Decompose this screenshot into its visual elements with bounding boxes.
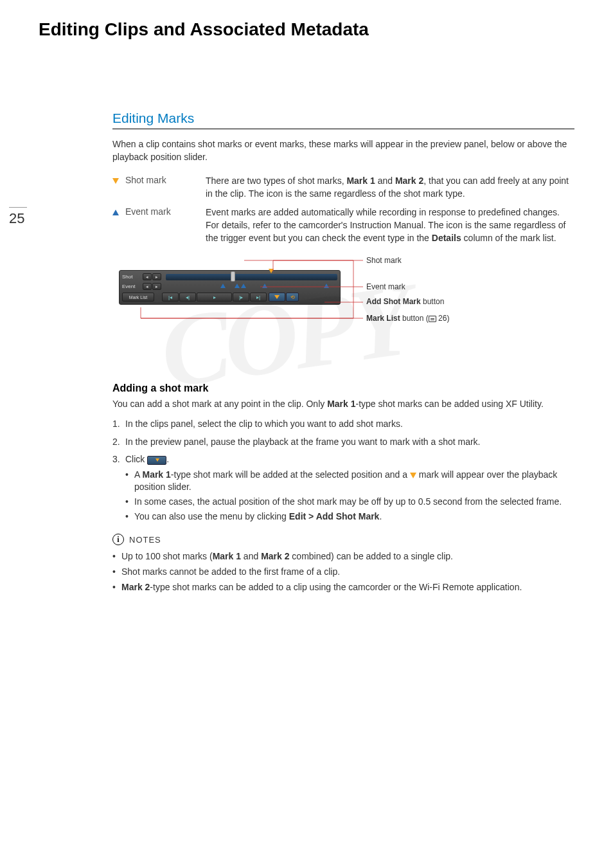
preview-panel-diagram: Shot ◂ ▸ Event ◂ ▸ (112, 257, 574, 338)
playback-slider[interactable] (166, 274, 337, 280)
step-2: In the preview panel, pause the playback… (112, 436, 574, 449)
notes-label: NOTES (129, 535, 161, 545)
step-3: Click . A Mark 1-type shot mark will be … (112, 453, 574, 522)
callout-shot-mark: Shot mark (366, 256, 402, 265)
note-1: Up to 100 shot marks (Mark 1 and Mark 2 … (112, 550, 574, 563)
last-frame-button[interactable]: ▸| (250, 293, 267, 302)
shot-mark-desc: There are two types of shot marks, Mark … (206, 175, 574, 206)
step-3-bullet-3: You can also use the menu by clicking Ed… (125, 511, 574, 523)
page-number: 25 (9, 207, 27, 227)
event-prev-button[interactable]: ◂ (143, 283, 152, 290)
event-mark-tick-icon (324, 284, 329, 288)
event-mark-tick-icon (220, 284, 226, 288)
add-shot-mark-button[interactable] (269, 293, 285, 302)
note-2: Shot marks cannot be added to the first … (112, 566, 574, 579)
shot-prev-button[interactable]: ◂ (143, 273, 152, 280)
callout-mark-list: Mark List button ( 26) (366, 314, 449, 323)
section-heading: Editing Marks (112, 111, 574, 129)
subsection-heading: Adding a shot mark (112, 383, 574, 394)
event-mark-desc: Event marks are added automatically whil… (206, 206, 574, 251)
shot-mark-icon (112, 178, 119, 184)
event-row-label: Event (122, 284, 143, 289)
event-mark-tick-icon (235, 284, 240, 288)
shot-mark-tick-icon (269, 269, 274, 273)
add-shot-mark-button-icon (147, 456, 166, 465)
callout-add-shot-mark: Add Shot Mark button (366, 297, 444, 306)
step-3-bullet-1: A Mark 1-type shot mark will be added at… (125, 469, 574, 493)
event-mark-term: Event mark (112, 206, 206, 251)
section-intro: When a clip contains shot marks or event… (112, 138, 574, 163)
notes-header: i NOTES (112, 534, 574, 545)
info-icon: i (112, 534, 124, 545)
page-reference-icon (429, 316, 436, 322)
event-mark-row (166, 284, 337, 290)
shot-next-button[interactable]: ▸ (152, 273, 161, 280)
play-button[interactable]: ▸ (197, 293, 232, 302)
shot-row-label: Shot (122, 274, 143, 280)
event-mark-tick-icon (262, 284, 267, 288)
playhead[interactable] (231, 271, 235, 282)
shot-mark-label: Shot mark (125, 175, 166, 185)
step-forward-button[interactable]: |▸ (233, 293, 249, 302)
mark-list-button[interactable]: Mark List (122, 293, 154, 302)
subsection-intro: You can add a shot mark at any point in … (112, 398, 574, 410)
preview-panel: Shot ◂ ▸ Event ◂ ▸ (119, 270, 341, 305)
event-mark-label: Event mark (125, 206, 171, 217)
step-3-bullet-2: In some cases, the actual position of th… (125, 496, 574, 508)
note-3: Mark 2-type shot marks can be added to a… (112, 581, 574, 594)
shot-mark-inline-icon (410, 473, 416, 478)
event-next-button[interactable]: ▸ (152, 283, 161, 290)
callout-event-mark: Event mark (366, 282, 405, 291)
chapter-title: Editing Clips and Associated Metadata (39, 19, 574, 40)
step-back-button[interactable]: ◂| (179, 293, 196, 302)
loop-button[interactable]: ⟲ (286, 293, 299, 302)
event-mark-icon (112, 210, 119, 215)
shot-mark-term: Shot mark (112, 175, 206, 206)
event-mark-tick-icon (241, 284, 246, 288)
first-frame-button[interactable]: |◂ (162, 293, 179, 302)
step-1: In the clips panel, select the clip to w… (112, 418, 574, 431)
